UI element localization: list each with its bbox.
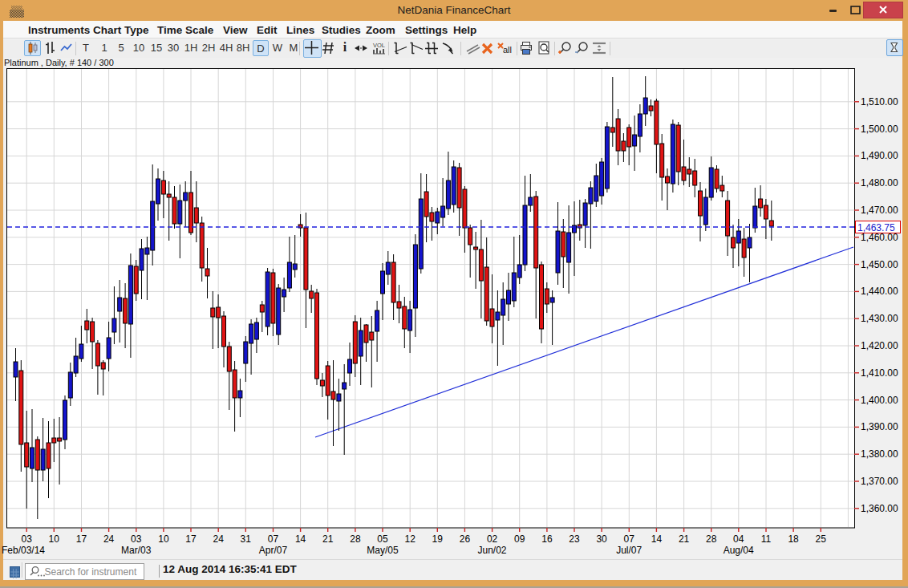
svg-text:1,400.00: 1,400.00 [861, 395, 898, 406]
svg-text:Mar/03: Mar/03 [121, 545, 152, 556]
svg-text:1,500.00: 1,500.00 [861, 124, 898, 135]
svg-text:1,370.00: 1,370.00 [861, 476, 898, 487]
svg-text:25: 25 [816, 533, 827, 545]
svg-text:1,510.00: 1,510.00 [861, 96, 898, 107]
svg-text:10: 10 [49, 533, 60, 545]
svg-text:31: 31 [241, 533, 252, 545]
svg-text:21: 21 [679, 533, 690, 545]
svg-text:1,450.00: 1,450.00 [861, 259, 898, 270]
svg-text:02: 02 [487, 533, 498, 545]
svg-text:1,410.00: 1,410.00 [861, 367, 898, 379]
svg-text:03: 03 [131, 533, 142, 545]
svg-text:1,390.00: 1,390.00 [861, 421, 898, 432]
svg-text:03: 03 [22, 533, 33, 545]
svg-text:12: 12 [405, 533, 416, 545]
svg-text:14: 14 [651, 533, 663, 545]
svg-text:Apr/07: Apr/07 [259, 545, 288, 556]
svg-text:30: 30 [596, 533, 607, 545]
svg-text:11: 11 [761, 533, 772, 545]
svg-text:Feb/03/14: Feb/03/14 [2, 545, 45, 556]
svg-text:1,463.75: 1,463.75 [857, 222, 895, 233]
svg-text:26: 26 [460, 533, 471, 545]
svg-text:1,490.00: 1,490.00 [861, 150, 898, 161]
svg-text:09: 09 [514, 533, 525, 545]
svg-text:24: 24 [103, 533, 115, 545]
svg-text:Jun/02: Jun/02 [477, 545, 506, 556]
svg-text:21: 21 [322, 533, 334, 545]
svg-text:17: 17 [185, 533, 197, 545]
svg-text:24: 24 [213, 533, 225, 545]
svg-text:Jul/07: Jul/07 [616, 545, 642, 556]
svg-text:28: 28 [706, 533, 717, 545]
svg-text:May/05: May/05 [367, 545, 399, 556]
svg-text:1,470.00: 1,470.00 [861, 205, 898, 216]
svg-text:28: 28 [350, 533, 361, 545]
svg-text:1,380.00: 1,380.00 [861, 448, 898, 460]
svg-text:10: 10 [158, 533, 169, 545]
svg-text:14: 14 [295, 533, 306, 545]
svg-text:Aug/04: Aug/04 [724, 545, 754, 556]
svg-text:18: 18 [788, 533, 799, 545]
svg-text:19: 19 [432, 533, 444, 545]
svg-text:1,360.00: 1,360.00 [861, 503, 898, 514]
svg-text:04: 04 [733, 533, 744, 545]
svg-text:05: 05 [377, 533, 388, 545]
svg-text:1,430.00: 1,430.00 [861, 313, 898, 324]
svg-text:17: 17 [76, 533, 87, 545]
svg-text:07: 07 [624, 533, 635, 545]
svg-text:07: 07 [268, 533, 279, 545]
svg-text:1,440.00: 1,440.00 [861, 286, 898, 297]
svg-text:1,480.00: 1,480.00 [861, 177, 898, 189]
svg-text:1,420.00: 1,420.00 [861, 340, 898, 351]
svg-text:16: 16 [541, 533, 553, 545]
svg-text:23: 23 [569, 533, 580, 545]
